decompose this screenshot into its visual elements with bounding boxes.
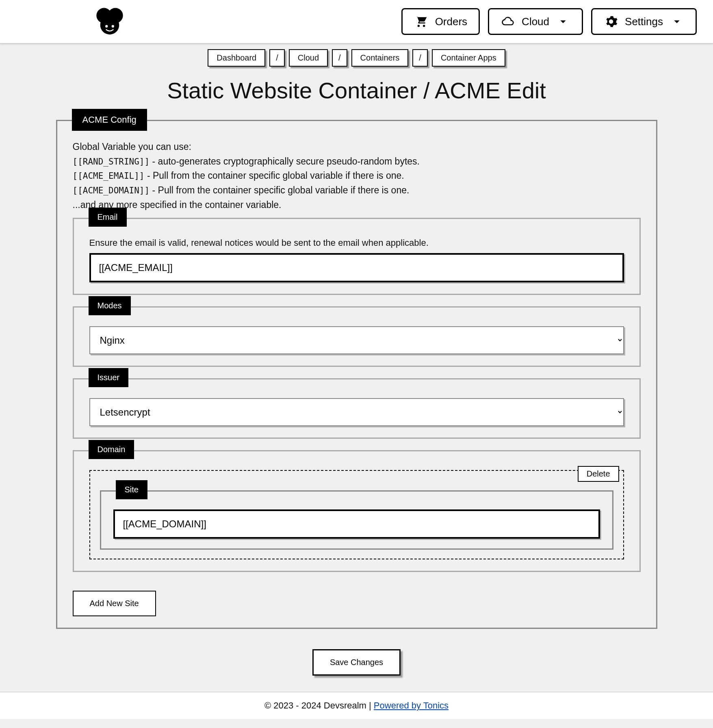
acme-config-legend: ACME Config [72,109,147,131]
site-field[interactable] [113,509,600,539]
top-navbar: Orders Cloud Settings [0,0,713,43]
global-variable-info: Global Variable you can use: [[RAND_STRI… [73,140,641,212]
issuer-section: Issuer Letsencrypt [73,378,641,439]
var-acme-domain: [[ACME_DOMAIN]] [73,186,150,195]
email-section: Email Ensure the email is valid, renewal… [73,218,641,295]
page-title: Static Website Container / ACME Edit [0,77,713,104]
breadcrumb-container-apps[interactable]: Container Apps [432,49,505,67]
domain-section: Domain Delete Site [73,450,641,572]
site-fieldset: Site [100,490,613,550]
email-legend: Email [89,208,127,227]
acme-config-section: ACME Config Global Variable you can use:… [56,120,657,629]
breadcrumb-separator: / [332,49,347,67]
save-changes-button[interactable]: Save Changes [312,649,401,676]
site-legend: Site [116,480,147,499]
domain-legend: Domain [89,440,134,459]
modes-section: Modes Nginx [73,306,641,367]
modes-select[interactable]: Nginx [89,326,624,354]
cloud-icon [501,15,515,28]
svg-point-3 [105,25,108,28]
issuer-legend: Issuer [89,368,128,387]
page-footer: © 2023 - 2024 Devsrealm | Powered by Ton… [0,692,713,719]
cart-icon [414,15,429,28]
email-hint: Ensure the email is valid, renewal notic… [89,238,624,248]
orders-button[interactable]: Orders [401,8,480,35]
var-acme-email: [[ACME_EMAIL]] [73,171,145,181]
settings-button[interactable]: Settings [591,8,697,35]
domain-site-entry: Delete Site [89,470,624,559]
breadcrumb-cloud[interactable]: Cloud [289,49,328,67]
breadcrumb-separator: / [412,49,428,67]
cloud-button[interactable]: Cloud [488,8,583,35]
chevron-down-icon [556,15,570,28]
svg-point-2 [100,15,119,35]
chevron-down-icon [670,15,684,28]
add-new-site-button[interactable]: Add New Site [73,591,156,616]
modes-legend: Modes [89,296,131,315]
svg-point-4 [112,25,114,28]
issuer-select[interactable]: Letsencrypt [89,398,624,426]
breadcrumb-separator: / [269,49,285,67]
breadcrumb-containers[interactable]: Containers [351,49,409,67]
info-outro: ...and any more specified in the contain… [73,198,641,212]
orders-label: Orders [435,15,467,28]
cloud-label: Cloud [522,15,549,28]
settings-label: Settings [625,15,663,28]
breadcrumb-dashboard[interactable]: Dashboard [208,49,265,67]
footer-powered-link[interactable]: Powered by Tonics [374,700,449,711]
delete-site-button[interactable]: Delete [578,466,619,482]
app-logo [93,7,126,36]
breadcrumb: Dashboard / Cloud / Containers / Contain… [0,43,713,69]
logo-icon [94,7,126,36]
footer-copyright: © 2023 - 2024 Devsrealm | [264,700,374,711]
var-rand-string: [[RAND_STRING]] [73,157,150,167]
info-intro: Global Variable you can use: [73,140,641,154]
gear-icon [604,15,618,28]
email-field[interactable] [89,253,624,282]
